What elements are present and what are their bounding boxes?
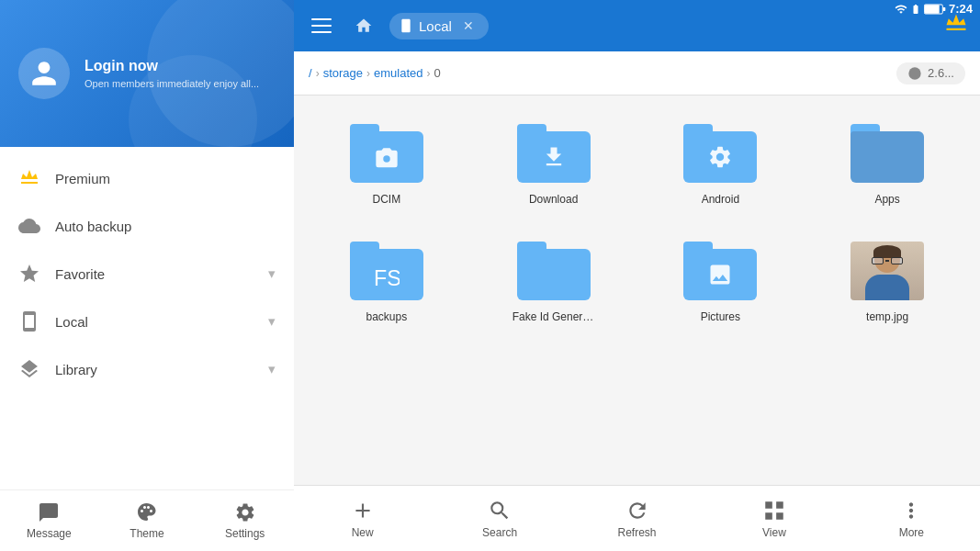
more-label: More: [899, 526, 924, 539]
svg-rect-2: [943, 7, 946, 11]
library-label: Library: [55, 362, 253, 377]
breadcrumb-chevron-1: ›: [316, 67, 320, 80]
star-icon: [18, 263, 40, 285]
folder-icon-backups: FS: [350, 239, 423, 303]
file-label-pictures: Pictures: [701, 310, 740, 323]
login-title: Login now: [84, 58, 259, 74]
sidebar-nav: Premium Auto backup Favorite ▾ Local ▾: [0, 147, 294, 489]
file-item-dcim[interactable]: DCIM: [309, 110, 465, 217]
sidebar-item-premium[interactable]: Premium: [0, 154, 294, 202]
settings-label: Settings: [225, 527, 265, 540]
location-label: Local: [419, 18, 452, 34]
file-item-backups[interactable]: FS backups: [309, 228, 465, 334]
chevron-down-icon-3: ▾: [268, 361, 276, 377]
sidebar: Login now Open members immediately enjoy…: [0, 0, 294, 551]
favorite-label: Favorite: [55, 266, 253, 282]
refresh-label: Refresh: [618, 526, 657, 539]
topbar: Local ✕ 7:24: [294, 0, 980, 51]
view-label: View: [762, 526, 786, 539]
sidebar-item-local[interactable]: Local ▾: [0, 298, 294, 345]
folder-icon-pictures: [683, 239, 757, 303]
avatar: [18, 48, 70, 99]
file-item-apps[interactable]: Apps: [809, 110, 965, 217]
svg-point-3: [908, 67, 920, 79]
file-label-dcim: DCIM: [373, 193, 401, 206]
settings-button[interactable]: Settings: [196, 490, 294, 551]
premium-label: Premium: [55, 171, 276, 186]
file-item-fake-id[interactable]: Fake Id Generator: [476, 228, 632, 334]
file-item-download[interactable]: Download: [476, 110, 632, 217]
refresh-button[interactable]: Refresh: [569, 486, 705, 551]
breadcrumb-chevron-2: ›: [366, 67, 370, 80]
device-icon: [18, 310, 40, 332]
breadcrumb-emulated[interactable]: emulated: [374, 66, 422, 80]
sidebar-item-auto-backup[interactable]: Auto backup: [0, 202, 294, 250]
message-label: Message: [27, 527, 72, 540]
main-content: Local ✕ 7:24 / › storage › emulated › 0 …: [294, 0, 980, 551]
breadcrumb-chevron-3: ›: [426, 67, 430, 80]
menu-button[interactable]: [305, 9, 338, 42]
file-label-temp-jpg: temp.jpg: [866, 310, 908, 323]
file-label-download: Download: [529, 193, 578, 206]
storage-info: 2.6...: [896, 62, 965, 84]
new-button[interactable]: New: [294, 486, 431, 551]
folder-icon-download: [517, 121, 591, 186]
login-info: Login now Open members immediately enjoy…: [84, 58, 259, 89]
file-label-fake-id: Fake Id Generator: [513, 310, 595, 323]
theme-button[interactable]: Theme: [98, 490, 197, 551]
chevron-down-icon: ▾: [268, 265, 276, 282]
more-button[interactable]: More: [843, 486, 980, 551]
view-button[interactable]: View: [705, 486, 842, 551]
search-button[interactable]: Search: [431, 486, 568, 551]
clock: 7:24: [949, 2, 973, 16]
file-label-backups: backups: [366, 310, 408, 323]
sidebar-bottom-bar: Message Theme Settings: [0, 489, 294, 551]
breadcrumb-current: 0: [434, 66, 440, 80]
sidebar-item-favorite[interactable]: Favorite ▾: [0, 250, 294, 298]
breadcrumb-storage[interactable]: storage: [323, 66, 363, 80]
file-item-android[interactable]: Android: [643, 110, 799, 217]
theme-label: Theme: [130, 527, 163, 540]
photo-icon-temp: [850, 239, 924, 303]
chevron-down-icon-2: ▾: [268, 313, 276, 330]
file-item-temp-jpg[interactable]: temp.jpg: [809, 228, 965, 334]
location-tab[interactable]: Local ✕: [389, 13, 489, 39]
file-item-pictures[interactable]: Pictures: [643, 228, 799, 334]
login-subtitle: Open members immediately enjoy all...: [84, 78, 259, 89]
file-label-apps: Apps: [874, 193, 899, 206]
sidebar-header[interactable]: Login now Open members immediately enjoy…: [0, 0, 294, 147]
crown-icon: [18, 167, 40, 189]
file-label-android: Android: [702, 193, 739, 206]
breadcrumb: / › storage › emulated › 0 2.6...: [294, 51, 980, 96]
cloud-icon: [18, 215, 40, 237]
message-button[interactable]: Message: [0, 490, 98, 551]
folder-icon-android: [683, 121, 757, 186]
close-tab-button[interactable]: ✕: [461, 18, 476, 33]
folder-icon-apps: [850, 121, 924, 186]
svg-rect-1: [925, 5, 940, 13]
search-label: Search: [482, 526, 517, 539]
svg-text:FS: FS: [374, 266, 400, 287]
local-label: Local: [55, 314, 253, 330]
breadcrumb-root[interactable]: /: [309, 66, 312, 80]
folder-icon-fake-id: [517, 239, 591, 303]
auto-backup-label: Auto backup: [55, 219, 276, 234]
folder-icon-dcim: [350, 121, 423, 186]
file-grid: DCIM Download: [294, 96, 980, 485]
bottom-toolbar: New Search Refresh View More: [294, 485, 980, 551]
sidebar-item-library[interactable]: Library ▾: [0, 345, 294, 393]
home-button[interactable]: [349, 11, 378, 40]
storage-label: 2.6...: [928, 66, 954, 80]
layers-icon: [18, 358, 40, 380]
new-label: New: [352, 526, 374, 539]
